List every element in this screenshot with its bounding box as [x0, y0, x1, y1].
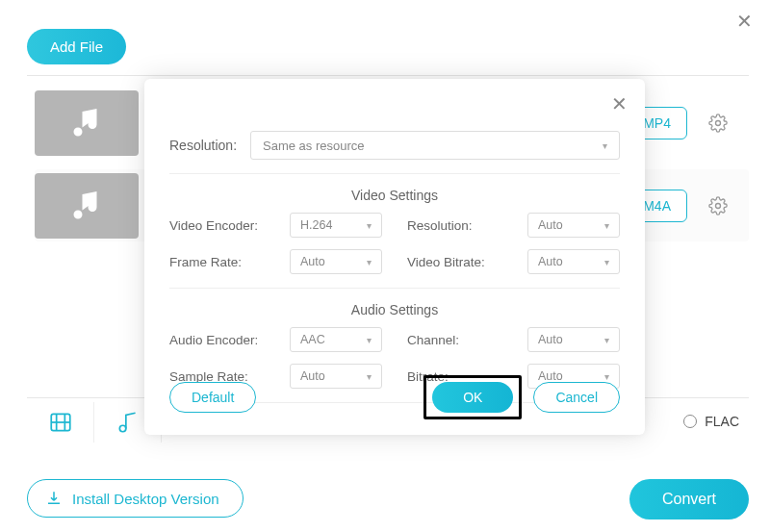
- chevron-down-icon: ▾: [603, 140, 607, 151]
- default-button[interactable]: Default: [169, 382, 256, 413]
- video-encoder-label: Video Encoder:: [169, 218, 258, 233]
- audio-thumbnail: [35, 90, 139, 156]
- video-bitrate-label: Video Bitrate:: [407, 255, 485, 269]
- close-icon[interactable]: ✕: [611, 92, 628, 115]
- divider: [27, 75, 749, 76]
- audio-thumbnail: [35, 173, 139, 239]
- add-file-button[interactable]: Add File: [27, 29, 126, 64]
- download-icon: [45, 490, 63, 507]
- frame-rate-label: Frame Rate:: [169, 255, 242, 269]
- svg-point-1: [716, 203, 721, 208]
- chevron-down-icon: ▾: [367, 220, 372, 231]
- settings-dialog: ✕ Resolution: Same as resource ▾ Video S…: [144, 79, 645, 435]
- music-note-icon: [69, 189, 104, 223]
- ok-button[interactable]: OK: [432, 382, 513, 413]
- select-value: Auto: [300, 255, 325, 268]
- gear-icon[interactable]: [706, 194, 730, 217]
- select-value: Auto: [538, 255, 563, 268]
- video-encoder-select[interactable]: H.264▾: [290, 213, 382, 238]
- video-resolution-label: Resolution:: [407, 218, 473, 233]
- svg-point-0: [716, 120, 721, 125]
- video-resolution-select[interactable]: Auto▾: [527, 213, 620, 238]
- tab-video[interactable]: [27, 402, 94, 443]
- ok-highlight-box: OK: [424, 375, 522, 419]
- music-icon: [116, 410, 141, 435]
- chevron-down-icon: ▾: [604, 220, 609, 231]
- convert-button[interactable]: Convert: [629, 479, 749, 519]
- chevron-down-icon: ▾: [367, 257, 372, 267]
- install-label: Install Desktop Version: [72, 491, 219, 507]
- resolution-value: Same as resource: [263, 139, 365, 153]
- section-title-video: Video Settings: [169, 188, 620, 203]
- music-note-icon: [69, 106, 104, 140]
- audio-encoder-select[interactable]: AAC▾: [290, 327, 382, 352]
- channel-select[interactable]: Auto▾: [527, 327, 620, 352]
- resolution-select[interactable]: Same as resource ▾: [250, 131, 620, 160]
- select-value: H.264: [300, 218, 332, 232]
- section-title-audio: Audio Settings: [169, 302, 620, 317]
- select-value: Auto: [538, 333, 563, 346]
- gear-icon[interactable]: [706, 112, 730, 135]
- audio-encoder-label: Audio Encoder:: [169, 333, 258, 347]
- frame-rate-select[interactable]: Auto▾: [290, 249, 382, 274]
- chevron-down-icon: ▾: [604, 257, 609, 267]
- select-value: AAC: [300, 333, 325, 346]
- film-icon: [48, 410, 73, 435]
- resolution-label: Resolution:: [169, 138, 237, 153]
- radio-circle-icon: [683, 415, 697, 428]
- select-value: Auto: [538, 218, 563, 232]
- radio-flac[interactable]: FLAC: [683, 414, 739, 429]
- cancel-button[interactable]: Cancel: [533, 382, 620, 413]
- chevron-down-icon: ▾: [604, 335, 609, 345]
- video-bitrate-select[interactable]: Auto▾: [527, 249, 620, 274]
- divider: [169, 173, 620, 174]
- chevron-down-icon: ▾: [367, 335, 372, 345]
- install-desktop-button[interactable]: Install Desktop Version: [27, 479, 244, 518]
- svg-point-6: [119, 425, 125, 432]
- radio-label: FLAC: [705, 414, 739, 429]
- channel-label: Channel:: [407, 333, 459, 347]
- divider: [169, 288, 620, 289]
- format-tabbar: [27, 402, 162, 443]
- close-icon[interactable]: ✕: [736, 10, 753, 33]
